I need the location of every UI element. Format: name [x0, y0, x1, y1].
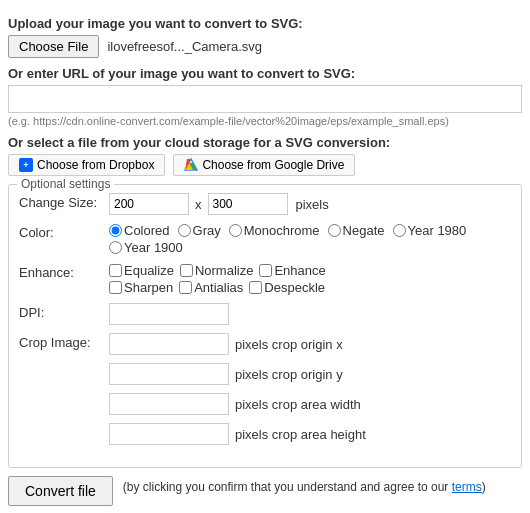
color-row: Color: Colored Gray Monochrome Negate — [19, 223, 511, 255]
crop-area-width-label: pixels crop area width — [235, 397, 361, 412]
color-negate-option[interactable]: Negate — [328, 223, 385, 238]
gdrive-label: Choose from Google Drive — [202, 158, 344, 172]
cloud-row: + Choose from Dropbox Choose from Google… — [8, 154, 522, 176]
enhance-antialias-option[interactable]: Antialias — [179, 280, 243, 295]
size-label: Change Size: — [19, 193, 109, 210]
crop-area-width-row: pixels crop area width — [109, 393, 361, 415]
color-radio-group: Colored Gray Monochrome Negate Year 1980 — [109, 223, 511, 255]
terms-link[interactable]: terms — [452, 480, 482, 494]
url-hint: (e.g. https://cdn.online-convert.com/exa… — [8, 115, 522, 127]
optional-legend: Optional settings — [17, 177, 114, 191]
dropbox-button[interactable]: + Choose from Dropbox — [8, 154, 165, 176]
enhance-row-2: Sharpen Antialias Despeckle — [109, 280, 326, 295]
dpi-input[interactable] — [109, 303, 229, 325]
crop-label: Crop Image: — [19, 333, 109, 350]
enhance-checkboxes: Equalize Normalize Enhance Sharpen — [109, 263, 326, 295]
color-monochrome-radio[interactable] — [229, 224, 242, 237]
color-year1980-radio[interactable] — [393, 224, 406, 237]
optional-settings-box: Optional settings Change Size: x pixels … — [8, 184, 522, 468]
enhance-row: Enhance: Equalize Normalize Enhance — [19, 263, 511, 295]
crop-area-height-label: pixels crop area height — [235, 427, 366, 442]
color-gray-option[interactable]: Gray — [178, 223, 221, 238]
choose-file-button[interactable]: Choose File — [8, 35, 99, 58]
enhance-equalize-check[interactable] — [109, 264, 122, 277]
enhance-enhance-label: Enhance — [274, 263, 325, 278]
color-monochrome-label: Monochrome — [244, 223, 320, 238]
size-width-input[interactable] — [109, 193, 189, 215]
url-label: Or enter URL of your image you want to c… — [8, 66, 522, 81]
enhance-content: Equalize Normalize Enhance Sharpen — [109, 263, 511, 295]
color-year1900-label: Year 1900 — [124, 240, 183, 255]
filename-display: ilovefreesof..._Camera.svg — [107, 39, 262, 54]
enhance-despeckle-check[interactable] — [249, 281, 262, 294]
crop-row: Crop Image: pixels crop origin x pixels … — [19, 333, 511, 449]
crop-content: pixels crop origin x pixels crop origin … — [109, 333, 511, 449]
color-colored-label: Colored — [124, 223, 170, 238]
size-x-separator: x — [195, 197, 202, 212]
file-row: Choose File ilovefreesof..._Camera.svg — [8, 35, 522, 58]
crop-area-height-row: pixels crop area height — [109, 423, 366, 445]
dropbox-icon: + — [19, 158, 33, 172]
crop-origin-y-label: pixels crop origin y — [235, 367, 343, 382]
gdrive-icon — [184, 158, 198, 172]
color-gray-label: Gray — [193, 223, 221, 238]
dpi-label: DPI: — [19, 303, 109, 320]
size-content: x pixels — [109, 193, 511, 215]
color-label: Color: — [19, 223, 109, 240]
enhance-despeckle-label: Despeckle — [264, 280, 325, 295]
color-year1980-option[interactable]: Year 1980 — [393, 223, 467, 238]
color-year1980-label: Year 1980 — [408, 223, 467, 238]
enhance-despeckle-option[interactable]: Despeckle — [249, 280, 325, 295]
crop-origin-x-label: pixels crop origin x — [235, 337, 343, 352]
enhance-normalize-label: Normalize — [195, 263, 254, 278]
enhance-antialias-label: Antialias — [194, 280, 243, 295]
color-year1900-option[interactable]: Year 1900 — [109, 240, 183, 255]
color-colored-radio[interactable] — [109, 224, 122, 237]
terms-suffix: ) — [482, 480, 486, 494]
bottom-row: Convert file (by clicking you confirm th… — [8, 476, 522, 506]
color-colored-option[interactable]: Colored — [109, 223, 170, 238]
gdrive-button[interactable]: Choose from Google Drive — [173, 154, 355, 176]
enhance-normalize-option[interactable]: Normalize — [180, 263, 254, 278]
upload-label: Upload your image you want to convert to… — [8, 16, 522, 31]
color-gray-radio[interactable] — [178, 224, 191, 237]
enhance-sharpen-label: Sharpen — [124, 280, 173, 295]
color-content: Colored Gray Monochrome Negate Year 1980 — [109, 223, 511, 255]
enhance-label: Enhance: — [19, 263, 109, 280]
pixels-label: pixels — [296, 197, 329, 212]
crop-area-width-input[interactable] — [109, 393, 229, 415]
dropbox-label: Choose from Dropbox — [37, 158, 154, 172]
enhance-enhance-check[interactable] — [259, 264, 272, 277]
color-monochrome-option[interactable]: Monochrome — [229, 223, 320, 238]
enhance-sharpen-option[interactable]: Sharpen — [109, 280, 173, 295]
crop-origin-x-input[interactable] — [109, 333, 229, 355]
terms-prefix: (by clicking you confirm that you unders… — [123, 480, 452, 494]
enhance-equalize-option[interactable]: Equalize — [109, 263, 174, 278]
enhance-normalize-check[interactable] — [180, 264, 193, 277]
enhance-equalize-label: Equalize — [124, 263, 174, 278]
size-height-input[interactable] — [208, 193, 288, 215]
cloud-label: Or select a file from your cloud storage… — [8, 135, 522, 150]
enhance-enhance-option[interactable]: Enhance — [259, 263, 325, 278]
enhance-antialias-check[interactable] — [179, 281, 192, 294]
color-year1900-radio[interactable] — [109, 241, 122, 254]
enhance-sharpen-check[interactable] — [109, 281, 122, 294]
dpi-content — [109, 303, 511, 325]
url-input[interactable] — [8, 85, 522, 113]
enhance-row-1: Equalize Normalize Enhance — [109, 263, 326, 278]
size-row: Change Size: x pixels — [19, 193, 511, 215]
terms-text: (by clicking you confirm that you unders… — [123, 476, 486, 496]
convert-button[interactable]: Convert file — [8, 476, 113, 506]
crop-origin-y-input[interactable] — [109, 363, 229, 385]
dpi-row: DPI: — [19, 303, 511, 325]
crop-origin-y-row: pixels crop origin y — [109, 363, 343, 385]
crop-origin-x-row: pixels crop origin x — [109, 333, 343, 355]
crop-area-height-input[interactable] — [109, 423, 229, 445]
color-negate-label: Negate — [343, 223, 385, 238]
color-negate-radio[interactable] — [328, 224, 341, 237]
